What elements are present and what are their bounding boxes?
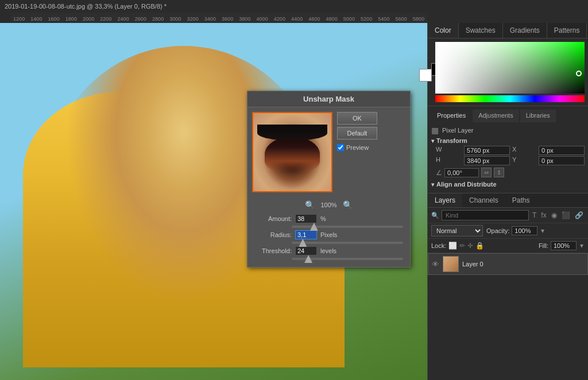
layers-panel: Layers Channels Paths 🔍 T fx ◉ ⬛ 🔗 ⊕ Nor… bbox=[428, 193, 588, 380]
search-icon: 🔍 bbox=[431, 212, 439, 219]
tab-layers[interactable]: Layers bbox=[428, 193, 462, 207]
radius-slider-track[interactable] bbox=[292, 242, 403, 244]
lock-position-icon[interactable]: ✛ bbox=[467, 242, 473, 250]
blend-row: Normal Multiply Screen Opacity: ▾ bbox=[428, 223, 588, 239]
background-color-swatch[interactable] bbox=[419, 69, 432, 82]
align-distribute-section[interactable]: Align and Distribute bbox=[431, 181, 585, 188]
width-field[interactable] bbox=[464, 146, 510, 155]
layer-visibility-toggle[interactable]: 👁 bbox=[432, 260, 439, 269]
foreground-background-colors[interactable] bbox=[431, 63, 432, 82]
amount-slider-track[interactable] bbox=[292, 226, 403, 228]
opacity-arrow-button[interactable]: ▾ bbox=[540, 226, 546, 236]
properties-tabs: Properties Adjustments Libraries bbox=[431, 110, 585, 122]
y-field[interactable] bbox=[539, 156, 585, 165]
zoom-row: 🔍 100% 🔍 bbox=[247, 197, 410, 212]
transform-grid: W X H Y bbox=[436, 146, 585, 165]
layers-icon-btn-5[interactable]: 🔗 bbox=[574, 210, 585, 220]
threshold-slider-row[interactable] bbox=[254, 257, 403, 262]
color-picker-cursor bbox=[576, 71, 582, 76]
blend-mode-select[interactable]: Normal Multiply Screen bbox=[431, 225, 483, 236]
x-field[interactable] bbox=[539, 146, 585, 155]
layers-icon-btn-3[interactable]: ◉ bbox=[550, 210, 558, 220]
color-area bbox=[428, 38, 588, 106]
transform-section[interactable]: Transform bbox=[431, 137, 585, 144]
preview-checkbox-input[interactable] bbox=[337, 144, 344, 151]
flip-vertical-button[interactable]: ⇕ bbox=[494, 168, 504, 177]
color-panel-tabs: Color Swatches Gradients Patterns bbox=[428, 23, 588, 38]
zoom-out-button[interactable]: 🔍 bbox=[305, 200, 315, 210]
ruler-corner bbox=[0, 13, 10, 23]
layer-item-0[interactable]: 👁 Layer 0 bbox=[428, 253, 588, 275]
hue-slider[interactable] bbox=[435, 95, 585, 102]
tab-swatches[interactable]: Swatches bbox=[459, 23, 503, 38]
horizontal-ruler: 1200 1400 1600 1800 2000 2200 2400 2600 … bbox=[10, 13, 427, 23]
amount-label: Amount: bbox=[254, 215, 292, 222]
threshold-unit: levels bbox=[320, 247, 341, 254]
canvas-area: Unsharp Mask OK Default Preview bbox=[0, 23, 427, 380]
tab-channels[interactable]: Channels bbox=[462, 193, 505, 207]
layers-search-input[interactable] bbox=[442, 210, 529, 220]
zoom-percent: 100% bbox=[320, 201, 336, 208]
flip-horizontal-button[interactable]: ⇔ bbox=[481, 168, 492, 177]
fill-field[interactable] bbox=[551, 241, 577, 250]
preview-checkbox-row[interactable]: Preview bbox=[337, 144, 405, 151]
unsharp-mask-dialog: Unsharp Mask OK Default Preview bbox=[247, 91, 411, 267]
height-field[interactable] bbox=[464, 156, 510, 165]
dialog-title: Unsharp Mask bbox=[247, 91, 410, 107]
right-panel: Color Swatches Gradients Patterns bbox=[427, 23, 588, 380]
sliders-section: Amount: % Radius: Pixels bbox=[247, 212, 410, 267]
main-area: Unsharp Mask OK Default Preview bbox=[0, 23, 588, 380]
tab-adjustments[interactable]: Adjustments bbox=[473, 110, 519, 122]
amount-unit: % bbox=[320, 215, 341, 222]
opacity-field[interactable] bbox=[512, 226, 537, 235]
radius-label: Radius: bbox=[254, 231, 292, 238]
preview-label: Preview bbox=[346, 144, 369, 151]
tab-color[interactable]: Color bbox=[428, 23, 459, 38]
color-gradient-overlay bbox=[435, 42, 585, 94]
zoom-in-button[interactable]: 🔍 bbox=[343, 200, 353, 210]
layers-icon-btn-1[interactable]: T bbox=[531, 210, 537, 220]
threshold-slider-thumb[interactable] bbox=[304, 255, 312, 263]
lock-artboard-icon[interactable]: 🔒 bbox=[475, 242, 484, 250]
dialog-preview-image[interactable] bbox=[252, 112, 332, 192]
ruler-ticks: 1200 1400 1600 1800 2000 2200 2400 2600 … bbox=[10, 16, 427, 22]
angle-field[interactable] bbox=[444, 168, 479, 177]
layer-0-name: Layer 0 bbox=[462, 261, 483, 267]
width-label: W bbox=[436, 146, 462, 155]
tab-libraries[interactable]: Libraries bbox=[520, 110, 556, 122]
lock-icons: ⬜ ✏ ✛ 🔒 bbox=[448, 242, 536, 250]
fill-arrow-button[interactable]: ▾ bbox=[579, 241, 585, 251]
pixel-layer-row: ▦ Pixel Layer bbox=[431, 126, 585, 135]
layers-controls: 🔍 T fx ◉ ⬛ 🔗 ⊕ bbox=[428, 208, 588, 223]
tab-properties[interactable]: Properties bbox=[431, 110, 471, 122]
height-label: H bbox=[436, 156, 462, 165]
layers-icon-btn-2[interactable]: fx bbox=[540, 210, 547, 220]
align-distribute-label: Align and Distribute bbox=[436, 181, 497, 188]
fill-label: Fill: bbox=[539, 242, 548, 249]
amount-row: Amount: % bbox=[254, 214, 403, 223]
threshold-input[interactable] bbox=[295, 246, 317, 255]
amount-slider-row[interactable] bbox=[254, 224, 403, 230]
amount-slider-thumb[interactable] bbox=[310, 223, 318, 231]
radius-row: Radius: Pixels bbox=[254, 230, 403, 239]
pixel-layer-icon: ▦ bbox=[431, 126, 439, 135]
radius-slider-row[interactable] bbox=[254, 241, 403, 246]
lock-transparent-icon[interactable]: ⬜ bbox=[448, 242, 457, 250]
radius-input[interactable] bbox=[295, 230, 317, 239]
lock-label: Lock: bbox=[431, 242, 446, 249]
ok-button[interactable]: OK bbox=[337, 112, 377, 125]
layers-icon-btn-4[interactable]: ⬛ bbox=[560, 210, 571, 220]
default-button[interactable]: Default bbox=[337, 127, 377, 139]
opacity-row: Opacity: ▾ bbox=[486, 226, 546, 236]
tab-patterns[interactable]: Patterns bbox=[547, 23, 587, 38]
radius-slider-thumb[interactable] bbox=[299, 239, 307, 247]
tab-paths[interactable]: Paths bbox=[505, 193, 537, 207]
tab-gradients[interactable]: Gradients bbox=[503, 23, 547, 38]
layer-0-thumbnail bbox=[443, 256, 459, 272]
color-gradient-picker[interactable] bbox=[435, 42, 585, 94]
dialog-body: OK Default Preview bbox=[247, 107, 410, 197]
pixel-layer-label: Pixel Layer bbox=[442, 127, 473, 134]
lock-pixels-icon[interactable]: ✏ bbox=[459, 242, 465, 250]
threshold-slider-track[interactable] bbox=[292, 258, 403, 260]
amount-input[interactable] bbox=[295, 214, 317, 223]
